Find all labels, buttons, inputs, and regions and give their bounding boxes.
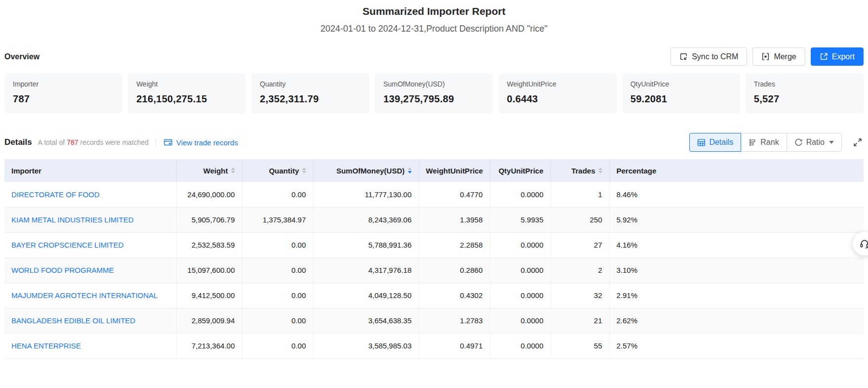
sort-asc-icon: [302, 168, 306, 170]
cell-percentage: 5.92%: [609, 207, 864, 232]
merge-button[interactable]: Merge: [752, 47, 805, 66]
column-header-quantity[interactable]: Quantity: [242, 159, 313, 182]
tab-details[interactable]: Details: [689, 133, 741, 152]
sort-desc-icon: [302, 171, 306, 173]
sync-to-crm-button[interactable]: Sync to CRM: [671, 47, 747, 66]
column-header-inner: Importer: [11, 167, 41, 175]
column-header-label: QtyUnitPrice: [499, 167, 544, 175]
table-body: DIRECTORATE OF FOOD24,690,000.000.0011,7…: [4, 182, 864, 358]
importer-table: ImporterWeightQuantitySumOfMoney(USD)Wei…: [4, 159, 864, 359]
importer-table-wrap: ImporterWeightQuantitySumOfMoney(USD)Wei…: [0, 159, 868, 359]
column-header-weight[interactable]: Weight: [176, 159, 242, 182]
cell-importer: WORLD FOOD PROGRAMME: [4, 258, 176, 283]
page-title: Summarized Importer Report: [0, 0, 868, 17]
table-row: BAYER CROPSCIENCE LIMITED2,532,583.590.0…: [4, 232, 864, 258]
view-trade-records-link[interactable]: View trade records: [164, 138, 238, 147]
table-grid-icon: [697, 138, 706, 147]
export-icon: [820, 52, 828, 61]
overview-heading: Overview: [4, 52, 39, 61]
column-header-trades[interactable]: Trades: [551, 159, 609, 182]
column-header-inner: WeightUnitPrice: [426, 167, 483, 175]
sort-icons[interactable]: [231, 168, 235, 174]
cell-weightunitprice: 0.2860: [419, 258, 490, 283]
export-button[interactable]: Export: [811, 47, 864, 66]
sort-icons[interactable]: [408, 168, 412, 174]
cell-weightunitprice: 0.4770: [419, 182, 490, 207]
bar-chart-icon: [749, 138, 757, 147]
sort-desc-icon: [231, 171, 235, 173]
cell-trades: 2: [551, 258, 609, 283]
tab-rank[interactable]: Rank: [741, 133, 787, 152]
cell-sumofmoney-usd: 3,585,985.03: [313, 333, 419, 358]
cell-importer: HENA ENTERPRISE: [4, 333, 176, 358]
table-row: KIAM METAL INDUSTRIES LIMITED5,905,706.7…: [4, 207, 864, 232]
sort-desc-icon: [598, 171, 602, 173]
importer-link[interactable]: DIRECTORATE OF FOOD: [11, 190, 100, 199]
tab-ratio[interactable]: Ratio: [787, 133, 842, 152]
column-header-inner: Percentage: [617, 167, 657, 175]
cell-quantity: 1,375,384.97: [242, 207, 313, 232]
cell-weight: 7,213,364.00: [176, 333, 242, 358]
cell-quantity: 0.00: [242, 283, 313, 308]
export-label: Export: [832, 52, 855, 61]
sort-icons[interactable]: [598, 168, 602, 174]
table-row: HENA ENTERPRISE7,213,364.000.003,585,985…: [4, 333, 864, 358]
cell-quantity: 0.00: [242, 182, 313, 207]
cell-sumofmoney-usd: 3,654,638.35: [313, 308, 419, 333]
cell-qtyunitprice: 0.0000: [490, 182, 551, 207]
cell-sumofmoney-usd: 5,788,991.36: [313, 232, 419, 258]
cell-weight: 5,905,706.79: [176, 207, 242, 232]
stat-card-label: Importer: [13, 80, 114, 88]
cell-trades: 21: [551, 308, 609, 333]
sort-icons[interactable]: [302, 168, 306, 174]
column-header-label: Trades: [571, 167, 595, 175]
importer-link[interactable]: BAYER CROPSCIENCE LIMITED: [11, 241, 123, 249]
cell-importer: KIAM METAL INDUSTRIES LIMITED: [4, 207, 176, 232]
cell-weight: 2,859,009.94: [176, 308, 242, 333]
stat-card-value: 5,527: [754, 93, 855, 105]
cell-importer: BAYER CROPSCIENCE LIMITED: [4, 232, 176, 258]
importer-link[interactable]: WORLD FOOD PROGRAMME: [11, 266, 114, 274]
column-header-label: WeightUnitPrice: [426, 167, 483, 175]
cell-importer: BANGLADESH EDIBLE OIL LIMITED: [4, 308, 176, 333]
cell-qtyunitprice: 5.9935: [490, 207, 551, 232]
cell-sumofmoney-usd: 8,243,369.06: [313, 207, 419, 232]
column-header-sumofmoney-usd[interactable]: SumOfMoney(USD): [313, 159, 419, 182]
cell-weightunitprice: 1.2783: [419, 308, 490, 333]
importer-link[interactable]: HENA ENTERPRISE: [11, 342, 81, 350]
stat-card-importer: Importer787: [4, 73, 122, 113]
cell-percentage: 2.91%: [609, 283, 864, 308]
table-row: DIRECTORATE OF FOOD24,690,000.000.0011,7…: [4, 182, 864, 207]
column-header-label: Weight: [203, 167, 228, 175]
cell-trades: 250: [551, 207, 609, 232]
cell-qtyunitprice: 0.0000: [490, 308, 551, 333]
cell-weightunitprice: 0.4302: [419, 283, 490, 308]
sync-to-crm-icon: [679, 52, 688, 61]
fullscreen-icon[interactable]: [852, 136, 864, 148]
tab-rank-label: Rank: [760, 138, 779, 147]
column-header-percentage: Percentage: [609, 159, 864, 182]
details-heading: Details: [4, 137, 32, 147]
importer-link[interactable]: BANGLADESH EDIBLE OIL LIMITED: [11, 316, 135, 325]
cell-weight: 24,690,000.00: [176, 182, 242, 207]
stat-card-value: 216,150,275.15: [136, 93, 237, 105]
cell-quantity: 0.00: [242, 232, 313, 258]
cell-qtyunitprice: 0.0000: [490, 283, 551, 308]
importer-link[interactable]: KIAM METAL INDUSTRIES LIMITED: [11, 216, 134, 224]
column-header-label: Importer: [11, 167, 41, 175]
matched-count: 787: [65, 138, 80, 146]
column-header-label: Percentage: [617, 167, 657, 175]
cell-percentage: 2.57%: [609, 333, 864, 358]
stat-card-label: QtyUnitPrice: [631, 80, 732, 88]
importer-link[interactable]: MAJUMDER AGROTECH INTERNATIONAL: [11, 291, 158, 300]
column-header-inner: QtyUnitPrice: [499, 167, 544, 175]
cell-percentage: 4.16%: [609, 232, 864, 258]
cell-importer: MAJUMDER AGROTECH INTERNATIONAL: [4, 283, 176, 308]
cell-weightunitprice: 2.2858: [419, 232, 490, 258]
stat-card-weight: Weight216,150,275.15: [128, 73, 246, 113]
cell-quantity: 0.00: [242, 333, 313, 358]
ratio-circle-icon: [794, 138, 803, 147]
overview-bar: Overview Sync to CRM Merge: [0, 47, 868, 66]
details-right: Details Rank: [689, 133, 864, 152]
stat-card-label: WeightUnitPrice: [507, 80, 608, 88]
